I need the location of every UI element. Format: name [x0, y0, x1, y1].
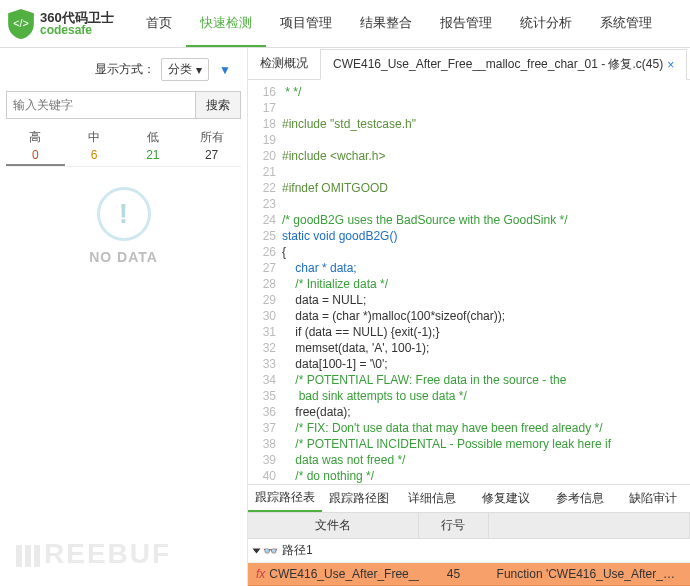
- nav-item[interactable]: 报告管理: [426, 0, 506, 47]
- bottom-tabs: 跟踪路径表跟踪路径图详细信息修复建议参考信息缺陷审计: [248, 485, 690, 513]
- svg-text:</>: </>: [13, 17, 28, 29]
- bottom-tab[interactable]: 缺陷审计: [616, 485, 690, 512]
- bottom-tab[interactable]: 跟踪路径图: [322, 485, 396, 512]
- search-row: 搜索: [6, 91, 241, 119]
- severity-tabs: 高 0 中 6 低 21 所有 27: [6, 125, 241, 167]
- severity-count: 0: [6, 148, 65, 162]
- col-desc: [489, 513, 690, 538]
- bottom-tab[interactable]: 详细信息: [395, 485, 469, 512]
- app-header: </> 360代码卫士 codesafe 首页快速检测项目管理结果整合报告管理统…: [0, 0, 690, 48]
- severity-low[interactable]: 低 21: [124, 125, 183, 166]
- tab-file-title: CWE416_Use_After_Free__malloc_free_char_…: [333, 56, 663, 73]
- severity-count: 21: [124, 148, 183, 162]
- code-viewer[interactable]: 1617181920212223242526272829303132333435…: [248, 80, 690, 484]
- function-icon: fx: [256, 567, 265, 581]
- filter-icon[interactable]: ▼: [215, 63, 235, 77]
- nav-item[interactable]: 项目管理: [266, 0, 346, 47]
- nav-item[interactable]: 结果整合: [346, 0, 426, 47]
- bottom-panel: 跟踪路径表跟踪路径图详细信息修复建议参考信息缺陷审计 文件名 行号 👓 路径1 …: [248, 484, 690, 586]
- exclamation-icon: !: [97, 187, 151, 241]
- severity-high[interactable]: 高 0: [6, 125, 65, 166]
- search-input[interactable]: [7, 92, 195, 118]
- nav-item[interactable]: 首页: [132, 0, 186, 47]
- bottom-tab[interactable]: 参考信息: [543, 485, 617, 512]
- display-mode-label: 显示方式：: [95, 61, 155, 78]
- main-nav: 首页快速检测项目管理结果整合报告管理统计分析系统管理: [132, 0, 666, 47]
- severity-all[interactable]: 所有 27: [182, 125, 241, 166]
- right-panel: 检测概况 CWE416_Use_After_Free__malloc_free_…: [248, 48, 690, 586]
- expand-icon: [253, 548, 261, 553]
- bottom-tab[interactable]: 跟踪路径表: [248, 485, 322, 512]
- line-gutter: 1617181920212223242526272829303132333435…: [248, 84, 282, 484]
- binoculars-icon: 👓: [263, 544, 278, 558]
- severity-label: 高: [6, 129, 65, 146]
- close-icon[interactable]: ×: [667, 58, 674, 72]
- search-button[interactable]: 搜索: [195, 92, 240, 118]
- tab-file[interactable]: CWE416_Use_After_Free__malloc_free_char_…: [320, 49, 687, 80]
- trace-line: 45: [419, 563, 489, 585]
- nav-item[interactable]: 快速检测: [186, 0, 266, 47]
- col-lineno: 行号: [419, 513, 489, 538]
- severity-count: 27: [182, 148, 241, 162]
- nav-item[interactable]: 统计分析: [506, 0, 586, 47]
- tab-overview[interactable]: 检测概况: [248, 48, 320, 79]
- display-mode-select[interactable]: 分类 ▾: [161, 58, 209, 81]
- no-data-placeholder: ! NO DATA: [6, 167, 241, 580]
- logo-en: codesafe: [40, 24, 114, 36]
- severity-label: 中: [65, 129, 124, 146]
- trace-file: fx CWE416_Use_After_Free__malloc_fre…: [248, 563, 419, 585]
- trace-row[interactable]: fx CWE416_Use_After_Free__malloc_fre… 45…: [248, 563, 690, 586]
- bottom-tab[interactable]: 修复建议: [469, 485, 543, 512]
- severity-label: 所有: [182, 129, 241, 146]
- display-mode-row: 显示方式： 分类 ▾ ▼: [6, 54, 241, 85]
- logo: </> 360代码卫士 codesafe: [8, 9, 114, 39]
- left-panel: 显示方式： 分类 ▾ ▼ 搜索 高 0 中 6 低 21: [0, 48, 248, 586]
- severity-medium[interactable]: 中 6: [65, 125, 124, 166]
- code-body: * */#include "std_testcase.h"#include <w…: [282, 84, 690, 484]
- no-data-text: NO DATA: [89, 249, 158, 265]
- logo-text: 360代码卫士 codesafe: [40, 11, 114, 36]
- path-label: 路径1: [282, 542, 313, 559]
- trace-file-text: CWE416_Use_After_Free__malloc_fre…: [269, 567, 418, 581]
- trace-desc: Function 'CWE416_Use_After_Free__mall…: [489, 563, 690, 585]
- editor-tabs: 检测概况 CWE416_Use_After_Free__malloc_free_…: [248, 48, 690, 80]
- chevron-down-icon: ▾: [196, 63, 202, 77]
- severity-count: 6: [65, 148, 124, 162]
- trace-table-header: 文件名 行号: [248, 513, 690, 539]
- nav-item[interactable]: 系统管理: [586, 0, 666, 47]
- col-filename: 文件名: [248, 513, 419, 538]
- severity-label: 低: [124, 129, 183, 146]
- select-value: 分类: [168, 61, 192, 78]
- shield-icon: </>: [8, 9, 34, 39]
- path-group-row[interactable]: 👓 路径1: [248, 539, 690, 563]
